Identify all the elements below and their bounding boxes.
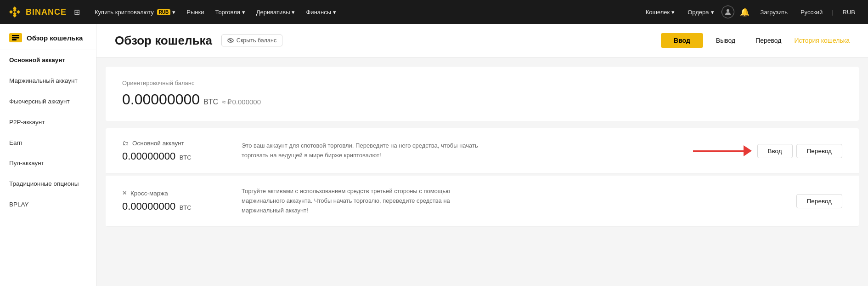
- nav-markets[interactable]: Рынки: [181, 0, 209, 24]
- nav-divider: |: [830, 9, 835, 16]
- svg-point-6: [727, 9, 729, 12]
- account-card-cross-margin: ✕ Кросс-маржа 0.00000000 BTC Торгуйте ак…: [106, 176, 859, 227]
- account-cross-transfer-button[interactable]: Перевод: [796, 194, 842, 208]
- sidebar-item-p2p-account[interactable]: P2P-аккаунт: [0, 112, 96, 133]
- account-cross-name: Кросс-маржа: [130, 190, 168, 197]
- account-info-main: 🗂 Основной аккаунт 0.00000000 BTC: [122, 139, 223, 162]
- wallet-header-icon: [9, 33, 22, 42]
- page-title: Обзор кошелька: [115, 34, 212, 48]
- account-cross-description: Торгуйте активами с использованием средс…: [242, 187, 480, 215]
- main-account-buttons: Ввод Перевод: [757, 144, 842, 158]
- account-main-icon: 🗂: [122, 139, 129, 147]
- user-avatar[interactable]: [721, 6, 734, 18]
- nav-buy-badge: RUB: [157, 9, 171, 15]
- nav-finance[interactable]: Финансы ▾: [300, 0, 342, 24]
- nav-right: Кошелек ▾ Ордера ▾ 🔔 Загрузить Русский |…: [640, 0, 861, 24]
- account-main-balance: 0.00000000: [122, 150, 175, 162]
- account-cross-icon: ✕: [122, 190, 127, 196]
- chevron-down-icon: ▾: [292, 9, 295, 16]
- balance-amount: 0.00000000 BTC ≈ ₽0.000000: [122, 91, 842, 108]
- arrow-head-icon: [744, 145, 752, 156]
- svg-rect-9: [12, 39, 17, 40]
- nav-buy-crypto[interactable]: Купить криптовалюту RUB ▾: [89, 0, 181, 24]
- balance-section: Ориентировочный баланс 0.00000000 BTC ≈ …: [106, 67, 859, 121]
- main-content: Обзор кошелька Скрыть баланс Ввод Вывод …: [96, 24, 868, 286]
- logo-text: BINANCE: [26, 7, 67, 17]
- sidebar: Обзор кошелька Основной аккаунт Маржинал…: [0, 24, 96, 286]
- main-layout: Обзор кошелька Основной аккаунт Маржинал…: [0, 24, 868, 286]
- account-cross-currency: BTC: [180, 204, 192, 211]
- nav-derivatives[interactable]: Деривативы ▾: [251, 0, 301, 24]
- sidebar-item-bplay[interactable]: BPLAY: [0, 194, 96, 215]
- logo[interactable]: BINANCE: [7, 5, 67, 19]
- nav-orders[interactable]: Ордера ▾: [682, 0, 719, 24]
- svg-rect-7: [12, 35, 19, 36]
- nav-wallet[interactable]: Кошелек ▾: [640, 0, 681, 24]
- account-card-main: 🗂 Основной аккаунт 0.00000000 BTC Это ва…: [106, 128, 859, 174]
- sidebar-item-options[interactable]: Традиционные опционы: [0, 174, 96, 194]
- main-actions: Ввод Вывод Перевод История кошелька: [661, 33, 850, 48]
- deposit-button[interactable]: Ввод: [661, 33, 703, 48]
- sidebar-title: Обзор кошелька: [27, 34, 83, 42]
- grid-icon[interactable]: ⊞: [74, 8, 80, 17]
- nav-currency[interactable]: RUB: [837, 0, 861, 24]
- hide-balance-button[interactable]: Скрыть баланс: [221, 34, 282, 46]
- account-main-deposit-button[interactable]: Ввод: [757, 144, 793, 158]
- sidebar-item-earn[interactable]: Earn: [0, 133, 96, 154]
- nav-trade[interactable]: Торговля ▾: [209, 0, 250, 24]
- notification-bell-icon[interactable]: 🔔: [736, 7, 753, 17]
- transfer-button[interactable]: Перевод: [748, 33, 789, 48]
- account-info-cross-margin: ✕ Кросс-маржа 0.00000000 BTC: [122, 190, 223, 212]
- sidebar-item-futures-account[interactable]: Фьючерсный аккаунт: [0, 92, 96, 112]
- account-cross-actions: Перевод: [796, 194, 842, 208]
- account-main-description: Это ваш аккаунт для спотовой торговли. П…: [242, 141, 480, 160]
- account-main-actions: Ввод Перевод: [693, 144, 842, 158]
- svg-rect-8: [12, 37, 19, 39]
- chevron-down-icon: ▾: [671, 9, 675, 16]
- balance-currency: BTC: [203, 98, 218, 106]
- chevron-down-icon: ▾: [333, 9, 336, 16]
- account-cross-balance: 0.00000000: [122, 200, 175, 212]
- nav-upload[interactable]: Загрузить: [755, 0, 793, 24]
- chevron-down-icon: ▾: [711, 9, 714, 16]
- top-nav: BINANCE ⊞ Купить криптовалюту RUB ▾ Рынк…: [0, 0, 868, 24]
- account-main-currency: BTC: [180, 154, 192, 161]
- withdraw-button[interactable]: Вывод: [709, 33, 743, 48]
- balance-value: 0.00000000: [122, 91, 200, 108]
- balance-approx: ≈ ₽0.000000: [222, 98, 261, 106]
- sidebar-item-pool-account[interactable]: Пул-аккаунт: [0, 153, 96, 174]
- binance-logo-icon: [7, 5, 22, 19]
- red-arrow-indicator: [693, 145, 752, 156]
- main-header: Обзор кошелька Скрыть баланс Ввод Вывод …: [96, 24, 868, 57]
- balance-label: Ориентировочный баланс: [122, 80, 842, 86]
- chevron-down-icon: ▾: [172, 9, 175, 16]
- sidebar-item-margin-account[interactable]: Маржинальный аккаунт: [0, 71, 96, 92]
- account-main-name: Основной аккаунт: [132, 140, 184, 147]
- svg-marker-1: [9, 10, 13, 14]
- chevron-down-icon: ▾: [242, 9, 245, 16]
- account-main-transfer-button[interactable]: Перевод: [796, 144, 842, 158]
- svg-marker-2: [17, 10, 20, 14]
- sidebar-item-main-account[interactable]: Основной аккаунт: [0, 50, 96, 71]
- history-link[interactable]: История кошелька: [795, 37, 850, 44]
- sidebar-header: Обзор кошелька: [0, 24, 96, 50]
- accounts-section: 🗂 Основной аккаунт 0.00000000 BTC Это ва…: [106, 128, 859, 227]
- nav-language[interactable]: Русский: [795, 0, 828, 24]
